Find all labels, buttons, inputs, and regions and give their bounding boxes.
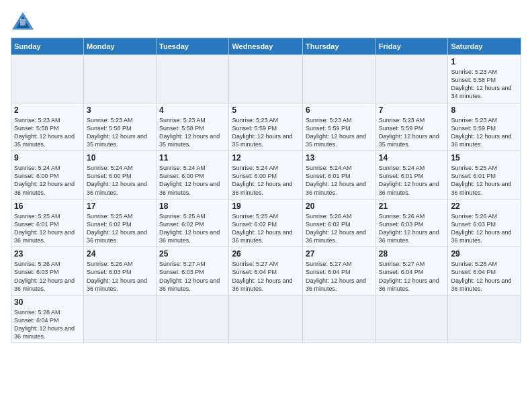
calendar-cell: 20Sunrise: 5:26 AM Sunset: 6:02 PM Dayli… <box>303 199 376 247</box>
day-info: Sunrise: 5:23 AM Sunset: 5:58 PM Dayligh… <box>451 68 518 101</box>
day-number: 16 <box>14 201 81 211</box>
day-number: 28 <box>379 249 445 259</box>
day-number: 9 <box>14 153 81 163</box>
calendar-cell <box>448 295 521 343</box>
calendar-cell <box>375 55 448 103</box>
calendar-cell <box>375 295 448 343</box>
calendar-cell <box>157 55 229 103</box>
calendar-cell: 18Sunrise: 5:25 AM Sunset: 6:02 PM Dayli… <box>157 199 229 247</box>
day-number: 1 <box>451 57 518 66</box>
day-info: Sunrise: 5:26 AM Sunset: 6:03 PM Dayligh… <box>379 212 445 245</box>
calendar-cell: 15Sunrise: 5:25 AM Sunset: 6:01 PM Dayli… <box>448 151 521 199</box>
day-info: Sunrise: 5:23 AM Sunset: 5:59 PM Dayligh… <box>379 116 445 149</box>
calendar-cell <box>303 55 376 103</box>
calendar-cell: 25Sunrise: 5:27 AM Sunset: 6:03 PM Dayli… <box>157 247 229 295</box>
day-number: 21 <box>379 201 445 211</box>
day-number: 10 <box>87 153 153 163</box>
day-info: Sunrise: 5:28 AM Sunset: 6:04 PM Dayligh… <box>451 260 518 293</box>
day-info: Sunrise: 5:25 AM Sunset: 6:02 PM Dayligh… <box>159 212 226 245</box>
day-info: Sunrise: 5:23 AM Sunset: 5:59 PM Dayligh… <box>451 116 518 149</box>
calendar-cell: 7Sunrise: 5:23 AM Sunset: 5:59 PM Daylig… <box>375 103 448 151</box>
day-info: Sunrise: 5:27 AM Sunset: 6:04 PM Dayligh… <box>306 260 373 293</box>
calendar-cell: 27Sunrise: 5:27 AM Sunset: 6:04 PM Dayli… <box>303 247 376 295</box>
svg-rect-2 <box>20 19 26 26</box>
day-info: Sunrise: 5:25 AM Sunset: 6:02 PM Dayligh… <box>232 212 300 245</box>
day-info: Sunrise: 5:24 AM Sunset: 6:01 PM Dayligh… <box>306 164 373 197</box>
col-header-monday: Monday <box>83 38 156 55</box>
calendar-cell: 19Sunrise: 5:25 AM Sunset: 6:02 PM Dayli… <box>229 199 303 247</box>
day-info: Sunrise: 5:26 AM Sunset: 6:03 PM Dayligh… <box>14 260 81 293</box>
calendar-cell: 8Sunrise: 5:23 AM Sunset: 5:59 PM Daylig… <box>448 103 521 151</box>
calendar-cell: 13Sunrise: 5:24 AM Sunset: 6:01 PM Dayli… <box>303 151 376 199</box>
col-header-thursday: Thursday <box>303 38 376 55</box>
calendar-cell <box>229 295 303 343</box>
day-info: Sunrise: 5:23 AM Sunset: 5:59 PM Dayligh… <box>306 116 373 149</box>
calendar-cell <box>11 55 84 103</box>
day-number: 19 <box>232 201 300 211</box>
calendar-header: SundayMondayTuesdayWednesdayThursdayFrid… <box>11 38 521 55</box>
day-number: 5 <box>232 105 300 115</box>
day-number: 14 <box>379 153 445 163</box>
day-info: Sunrise: 5:24 AM Sunset: 6:00 PM Dayligh… <box>232 164 300 197</box>
day-info: Sunrise: 5:24 AM Sunset: 6:00 PM Dayligh… <box>87 164 153 197</box>
col-header-friday: Friday <box>375 38 448 55</box>
calendar-cell: 1Sunrise: 5:23 AM Sunset: 5:58 PM Daylig… <box>448 55 521 103</box>
day-number: 30 <box>14 298 81 307</box>
day-info: Sunrise: 5:27 AM Sunset: 6:04 PM Dayligh… <box>232 260 300 293</box>
day-info: Sunrise: 5:23 AM Sunset: 5:58 PM Dayligh… <box>159 116 226 149</box>
day-info: Sunrise: 5:23 AM Sunset: 5:58 PM Dayligh… <box>14 116 81 149</box>
calendar-table: SundayMondayTuesdayWednesdayThursdayFrid… <box>11 38 521 343</box>
day-number: 7 <box>379 105 445 115</box>
day-number: 23 <box>14 249 81 259</box>
day-number: 13 <box>306 153 373 163</box>
calendar-cell: 26Sunrise: 5:27 AM Sunset: 6:04 PM Dayli… <box>229 247 303 295</box>
day-info: Sunrise: 5:23 AM Sunset: 5:59 PM Dayligh… <box>232 116 300 149</box>
logo-icon <box>11 11 35 31</box>
calendar-cell: 29Sunrise: 5:28 AM Sunset: 6:04 PM Dayli… <box>448 247 521 295</box>
calendar-cell: 11Sunrise: 5:24 AM Sunset: 6:00 PM Dayli… <box>157 151 229 199</box>
day-number: 25 <box>159 249 226 259</box>
col-header-sunday: Sunday <box>11 38 84 55</box>
calendar-cell: 28Sunrise: 5:27 AM Sunset: 6:04 PM Dayli… <box>375 247 448 295</box>
day-number: 24 <box>87 249 153 259</box>
day-number: 6 <box>306 105 373 115</box>
calendar-cell: 2Sunrise: 5:23 AM Sunset: 5:58 PM Daylig… <box>11 103 84 151</box>
day-info: Sunrise: 5:26 AM Sunset: 6:03 PM Dayligh… <box>87 260 153 293</box>
day-info: Sunrise: 5:25 AM Sunset: 6:02 PM Dayligh… <box>87 212 153 245</box>
day-number: 4 <box>159 105 226 115</box>
day-number: 2 <box>14 105 81 115</box>
day-info: Sunrise: 5:27 AM Sunset: 6:04 PM Dayligh… <box>379 260 445 293</box>
day-number: 26 <box>232 249 300 259</box>
calendar-cell: 5Sunrise: 5:23 AM Sunset: 5:59 PM Daylig… <box>229 103 303 151</box>
day-info: Sunrise: 5:25 AM Sunset: 6:01 PM Dayligh… <box>451 164 518 197</box>
col-header-wednesday: Wednesday <box>229 38 303 55</box>
col-header-tuesday: Tuesday <box>157 38 229 55</box>
calendar-cell: 17Sunrise: 5:25 AM Sunset: 6:02 PM Dayli… <box>83 199 156 247</box>
day-number: 29 <box>451 249 518 259</box>
calendar-cell <box>83 55 156 103</box>
day-info: Sunrise: 5:24 AM Sunset: 6:00 PM Dayligh… <box>14 164 81 197</box>
day-number: 3 <box>87 105 153 115</box>
col-header-saturday: Saturday <box>448 38 521 55</box>
calendar-cell: 10Sunrise: 5:24 AM Sunset: 6:00 PM Dayli… <box>83 151 156 199</box>
day-number: 11 <box>159 153 226 163</box>
day-info: Sunrise: 5:24 AM Sunset: 6:01 PM Dayligh… <box>379 164 445 197</box>
calendar-cell <box>83 295 156 343</box>
calendar-cell: 23Sunrise: 5:26 AM Sunset: 6:03 PM Dayli… <box>11 247 84 295</box>
day-number: 17 <box>87 201 153 211</box>
day-number: 12 <box>232 153 300 163</box>
day-number: 20 <box>306 201 373 211</box>
day-info: Sunrise: 5:27 AM Sunset: 6:03 PM Dayligh… <box>159 260 226 293</box>
calendar-cell: 24Sunrise: 5:26 AM Sunset: 6:03 PM Dayli… <box>83 247 156 295</box>
calendar-cell: 12Sunrise: 5:24 AM Sunset: 6:00 PM Dayli… <box>229 151 303 199</box>
calendar-cell <box>303 295 376 343</box>
day-info: Sunrise: 5:26 AM Sunset: 6:02 PM Dayligh… <box>306 212 373 245</box>
calendar-cell: 22Sunrise: 5:26 AM Sunset: 6:03 PM Dayli… <box>448 199 521 247</box>
calendar-cell: 9Sunrise: 5:24 AM Sunset: 6:00 PM Daylig… <box>11 151 84 199</box>
calendar-cell: 21Sunrise: 5:26 AM Sunset: 6:03 PM Dayli… <box>375 199 448 247</box>
day-number: 27 <box>306 249 373 259</box>
day-number: 8 <box>451 105 518 115</box>
calendar-cell: 3Sunrise: 5:23 AM Sunset: 5:58 PM Daylig… <box>83 103 156 151</box>
day-number: 15 <box>451 153 518 163</box>
day-info: Sunrise: 5:26 AM Sunset: 6:03 PM Dayligh… <box>451 212 518 245</box>
